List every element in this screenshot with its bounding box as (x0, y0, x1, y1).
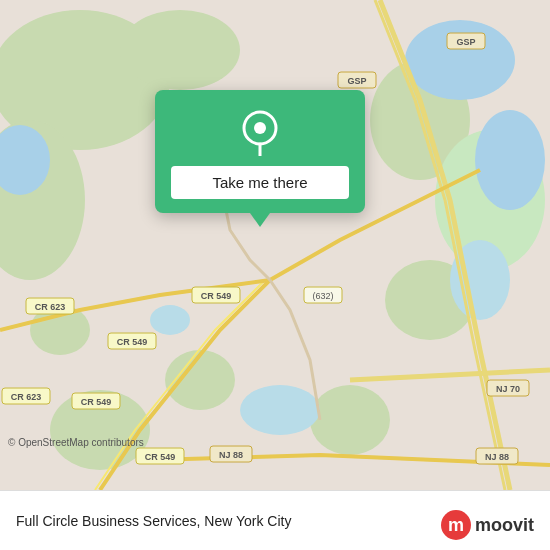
svg-point-7 (310, 385, 390, 455)
svg-text:NJ 88: NJ 88 (219, 450, 243, 460)
moovit-logo-text: moovit (475, 515, 534, 536)
svg-point-12 (475, 110, 545, 210)
map-card: Take me there (155, 90, 365, 213)
location-name: Full Circle Business Services, New York … (16, 513, 291, 529)
svg-point-16 (150, 305, 190, 335)
take-me-there-button[interactable]: Take me there (171, 166, 349, 199)
moovit-logo: m moovit (441, 510, 534, 540)
svg-point-42 (254, 122, 266, 134)
svg-text:GSP: GSP (456, 37, 475, 47)
svg-text:CR 549: CR 549 (81, 397, 112, 407)
svg-point-3 (120, 10, 240, 90)
svg-text:CR 549: CR 549 (201, 291, 232, 301)
location-pin-icon (236, 108, 284, 156)
svg-text:CR 623: CR 623 (35, 302, 66, 312)
osm-credit: © OpenStreetMap contributors (8, 437, 144, 448)
svg-point-15 (240, 385, 320, 435)
map-svg: CR 623 CR 549 CR 549 CR 623 CR 549 NJ 88… (0, 0, 550, 490)
svg-point-11 (405, 20, 515, 100)
svg-text:CR 623: CR 623 (11, 392, 42, 402)
svg-text:NJ 70: NJ 70 (496, 384, 520, 394)
svg-text:CR 549: CR 549 (117, 337, 148, 347)
map-container: CR 623 CR 549 CR 549 CR 623 CR 549 NJ 88… (0, 0, 550, 490)
svg-text:CR 549: CR 549 (145, 452, 176, 462)
bottom-bar: Full Circle Business Services, New York … (0, 490, 550, 550)
svg-text:GSP: GSP (347, 76, 366, 86)
moovit-logo-icon: m (441, 510, 471, 540)
svg-text:(632): (632) (312, 291, 333, 301)
svg-text:NJ 88: NJ 88 (485, 452, 509, 462)
